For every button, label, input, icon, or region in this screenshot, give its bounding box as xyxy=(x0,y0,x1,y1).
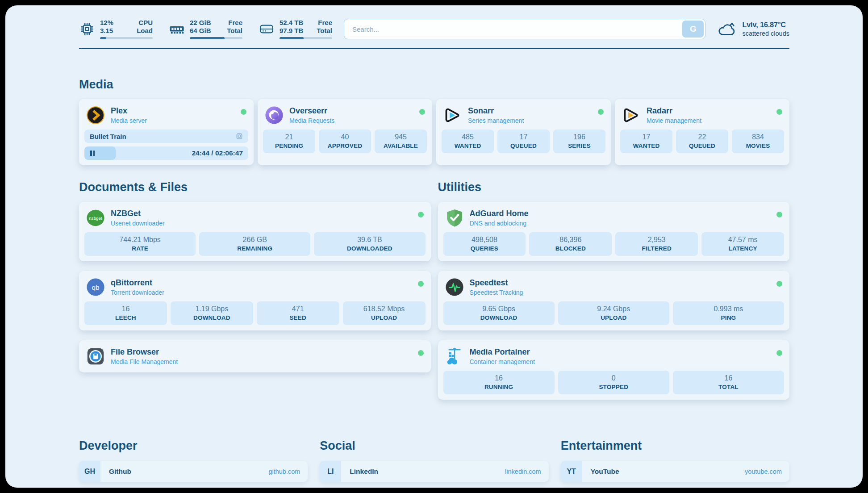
speedtest-icon xyxy=(445,278,464,297)
radarr-card: Radarr Movie management 17WANTED 22QUEUE… xyxy=(615,99,789,165)
app-subtitle: Movie management xyxy=(647,117,701,124)
bookmark-url: github.com xyxy=(268,468,300,475)
app-name[interactable]: Speedtest xyxy=(470,278,523,288)
stat-tile: 16TOTAL xyxy=(673,371,784,394)
sonarr-app-link[interactable]: Sonarr Series management xyxy=(442,104,605,130)
stat-tile: 945AVAILABLE xyxy=(375,130,427,153)
stat-tile: 16LEECH xyxy=(84,301,167,325)
pause-icon[interactable] xyxy=(90,150,95,156)
stat-tile: 471SEED xyxy=(257,301,339,325)
stat-tile: 40APPROVED xyxy=(319,130,371,153)
disk-label-bottom: Total xyxy=(317,27,332,34)
bookmark-tag: YT xyxy=(561,461,582,482)
bookmark-linkedin[interactable]: LI LinkedIn linkedin.com xyxy=(320,461,548,482)
status-dot xyxy=(418,350,424,356)
status-dot xyxy=(241,109,246,115)
bookmark-tag: LI xyxy=(320,461,341,482)
app-subtitle: Speedtest Tracking xyxy=(470,289,523,296)
app-name[interactable]: NZBGet xyxy=(111,209,165,218)
sonarr-card: Sonarr Series management 485WANTED 17QUE… xyxy=(436,99,611,165)
disk-label-top: Free xyxy=(317,19,332,26)
app-name[interactable]: Radarr xyxy=(647,106,701,116)
speedtest-card: Speedtest Speedtest Tracking 9.65 GbpsDO… xyxy=(438,271,790,330)
stat-tile: 1.19 GbpsDOWNLOAD xyxy=(171,301,253,325)
playback-progress-fill xyxy=(84,146,116,160)
app-name[interactable]: File Browser xyxy=(111,347,178,357)
cloud-icon xyxy=(717,21,737,38)
stat-tile: 266 GBREMAINING xyxy=(199,232,310,256)
portainer-icon xyxy=(445,347,464,366)
bookmark-tag: GH xyxy=(79,461,100,482)
stat-tile: 834MOVIES xyxy=(732,130,784,153)
weather-widget[interactable]: Lviv, 16.87°C scattered clouds xyxy=(717,21,789,38)
portainer-app-link[interactable]: Media Portainer Container management xyxy=(443,346,785,371)
filebrowser-icon xyxy=(86,347,105,366)
status-dot xyxy=(418,281,424,287)
playback-progress-bar[interactable]: 24:44 / 02:06:47 xyxy=(84,146,248,160)
nzbget-app-link[interactable]: nzbget NZBGet Usenet downloader xyxy=(84,207,426,232)
stat-tile: 196SERIES xyxy=(553,130,605,153)
bookmark-github[interactable]: GH Github github.com xyxy=(79,461,308,482)
stat-tile: 17WANTED xyxy=(620,130,672,153)
search-input[interactable] xyxy=(344,19,705,39)
plex-icon xyxy=(86,106,105,125)
header-divider xyxy=(79,48,789,49)
weather-location-temp: Lviv, 16.87°C xyxy=(742,21,789,29)
overseerr-icon xyxy=(265,106,284,125)
section-utilities: Utilities AdGuard Home DNS and adblockin… xyxy=(438,180,790,409)
section-title-media: Media xyxy=(79,78,789,92)
app-subtitle: Container management xyxy=(470,358,535,365)
weather-condition: scattered clouds xyxy=(742,30,789,37)
cpu-icon xyxy=(79,21,95,37)
stat-tile: 0STOPPED xyxy=(558,371,669,394)
speedtest-app-link[interactable]: Speedtest Speedtest Tracking xyxy=(443,276,785,301)
radarr-app-link[interactable]: Radarr Movie management xyxy=(620,104,784,130)
section-documents: Documents & Files nzbget NZBGet Usenet d… xyxy=(79,180,431,382)
cpu-label-top: CPU xyxy=(137,19,153,26)
stat-tile: 0.993 msPING xyxy=(673,301,784,325)
plex-card: Plex Media server Bullet Train 24:44 / 0 xyxy=(79,99,254,165)
system-stats: 12% CPU 3.15 Load xyxy=(79,19,332,39)
app-name[interactable]: Plex xyxy=(111,106,147,116)
search-bar: G xyxy=(344,19,705,39)
disk-free-value: 52.4 TB xyxy=(280,19,309,26)
stat-tile: 22QUEUED xyxy=(676,130,728,153)
app-subtitle: Media Requests xyxy=(289,117,334,124)
sonarr-icon xyxy=(443,106,462,125)
cpu-load-value: 3.15 xyxy=(100,27,129,34)
cpu-stat: 12% CPU 3.15 Load xyxy=(79,19,153,39)
app-name[interactable]: Sonarr xyxy=(468,106,524,116)
nzbget-icon: nzbget xyxy=(86,209,105,227)
app-name[interactable]: Overseerr xyxy=(289,106,334,116)
playback-time: 24:44 / 02:06:47 xyxy=(192,149,243,157)
dashboard-screen: 12% CPU 3.15 Load xyxy=(5,5,863,488)
app-name[interactable]: qBittorrent xyxy=(111,278,164,288)
ram-total-value: 64 GiB xyxy=(190,27,219,34)
qbittorrent-app-link[interactable]: qb qBittorrent Torrent downloader xyxy=(84,276,426,301)
filebrowser-app-link[interactable]: File Browser Media File Management xyxy=(84,346,426,367)
status-dot xyxy=(418,212,424,217)
disk-total-value: 97.9 TB xyxy=(280,27,309,34)
app-name[interactable]: Media Portainer xyxy=(470,347,535,357)
stat-tile: 16RUNNING xyxy=(443,371,555,394)
overseerr-app-link[interactable]: Overseerr Media Requests xyxy=(263,104,427,130)
status-dot xyxy=(776,350,782,356)
adguard-card: AdGuard Home DNS and adblocking 498,508Q… xyxy=(438,202,790,261)
disk-icon xyxy=(259,21,275,37)
adguard-app-link[interactable]: AdGuard Home DNS and adblocking xyxy=(443,207,785,232)
now-playing-row: Bullet Train xyxy=(84,130,248,143)
ram-free-value: 22 GiB xyxy=(190,19,219,26)
overseerr-card: Overseerr Media Requests 21PENDING 40APP… xyxy=(258,99,432,165)
app-name[interactable]: AdGuard Home xyxy=(470,209,529,218)
section-title-social: Social xyxy=(320,439,548,453)
gear-icon[interactable] xyxy=(235,132,244,141)
status-dot xyxy=(419,109,425,115)
bookmark-group-entertainment: Entertainment YT YouTube youtube.com NF … xyxy=(561,439,789,488)
ram-icon xyxy=(169,21,185,37)
plex-app-link[interactable]: Plex Media server xyxy=(84,104,248,130)
ram-stat: 22 GiB Free 64 GiB Total xyxy=(169,19,242,39)
bookmark-youtube[interactable]: YT YouTube youtube.com xyxy=(561,461,789,482)
top-bar: 12% CPU 3.15 Load xyxy=(79,19,789,39)
search-provider-button[interactable]: G xyxy=(682,21,704,38)
stat-tile: 744.21 MbpsRATE xyxy=(84,232,196,256)
